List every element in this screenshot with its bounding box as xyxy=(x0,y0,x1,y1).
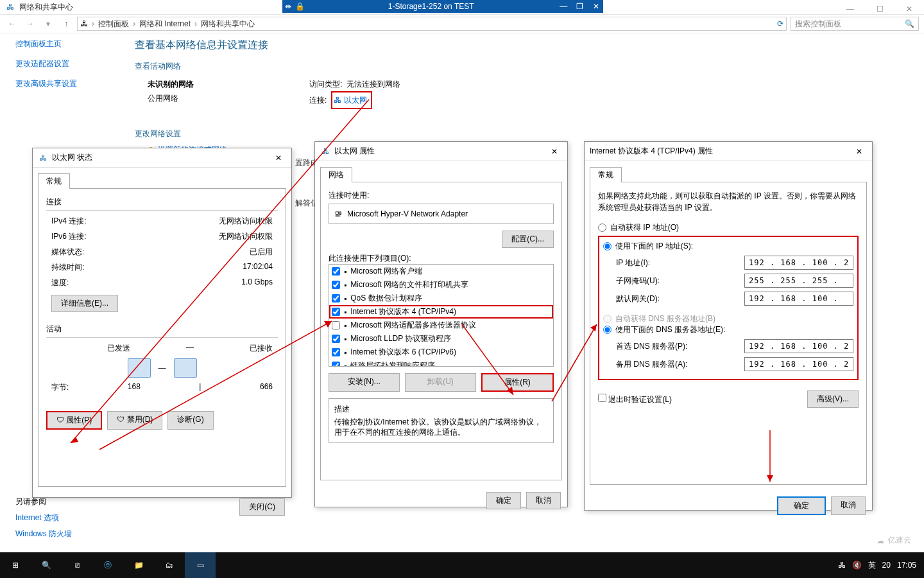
protocol-item[interactable]: ▪Internet 协议版本 6 (TCP/IPv6) xyxy=(329,346,553,359)
tab-general[interactable]: 常规 xyxy=(38,173,70,189)
pin-icon[interactable]: ⇹ xyxy=(282,2,294,11)
protocol-list[interactable]: ▪Microsoft 网络客户端▪Microsoft 网络的文件和打印机共享▪Q… xyxy=(329,264,554,367)
recv-label: 已接收 xyxy=(250,343,273,354)
protocol-checkbox[interactable] xyxy=(332,267,340,276)
adapter-icon: 🖳 xyxy=(334,209,342,218)
ime-indicator[interactable]: 英 xyxy=(868,560,876,571)
properties-button[interactable]: 🛡 属性(P) xyxy=(46,411,102,430)
nav-toolbar: ← → ▾ ↑ 🖧 › 控制面板 › 网络和 Internet › 网络和共享中… xyxy=(0,14,924,33)
protocol-item[interactable]: ▪Internet 协议版本 4 (TCP/IPv4) xyxy=(329,305,553,319)
media-label: 媒体状态: xyxy=(51,247,84,258)
speed-label: 速度: xyxy=(51,277,69,288)
access-type-label: 访问类型: xyxy=(309,80,342,89)
protocol-item[interactable]: ▪Microsoft LLDP 协议驱动程序 xyxy=(329,332,553,346)
active-networks-label: 查看活动网络 xyxy=(135,61,622,72)
use-ip-radio[interactable] xyxy=(603,242,612,250)
ip-input[interactable] xyxy=(744,256,853,270)
dialog-title: Internet 协议版本 4 (TCP/IPv4) 属性 xyxy=(590,146,851,157)
duration-value: 17:02:04 xyxy=(243,262,273,273)
protocol-checkbox[interactable] xyxy=(332,321,340,329)
network-tray-icon[interactable]: 🖧 xyxy=(838,561,846,570)
crumb-leaf[interactable]: 网络和共享中心 xyxy=(201,19,255,30)
dns1-input[interactable] xyxy=(744,339,853,353)
close-icon[interactable]: ✕ xyxy=(271,153,286,162)
diagnose-button[interactable]: 诊断(G) xyxy=(167,411,213,430)
tab-general[interactable]: 常规 xyxy=(590,167,622,182)
back-button[interactable]: ← xyxy=(5,17,19,31)
change-settings-label: 更改网络设置 xyxy=(135,128,622,139)
system-tray[interactable]: 🖧 🔇 英 20 17:05 xyxy=(838,560,924,571)
clock[interactable]: 17:05 xyxy=(897,561,916,570)
forward-button[interactable]: → xyxy=(23,17,37,31)
refresh-button[interactable]: ⟳ xyxy=(777,19,783,28)
taskview-button[interactable]: ⎚ xyxy=(62,552,92,578)
protocol-item[interactable]: ▪Microsoft 网络的文件和打印机共享 xyxy=(329,278,553,292)
protocol-icon: ▪ xyxy=(344,267,346,276)
nav-adapter[interactable]: 更改适配器设置 xyxy=(15,58,118,69)
protocol-checkbox[interactable] xyxy=(332,281,340,289)
crumb-mid[interactable]: 网络和 Internet xyxy=(139,19,191,30)
gateway-label: 默认网关(D): xyxy=(616,293,660,304)
explorer-button[interactable]: 📁 xyxy=(123,552,154,578)
protocol-item[interactable]: ▪QoS 数据包计划程序 xyxy=(329,292,553,305)
network-icon: 🖧 xyxy=(80,19,88,28)
protocol-item[interactable]: ▪链路层拓扑发现响应程序 xyxy=(329,359,553,367)
search-button[interactable]: 🔍 xyxy=(31,552,62,578)
cloud-icon: ☁ xyxy=(877,536,884,545)
sound-tray-icon[interactable]: 🔇 xyxy=(852,561,862,570)
auto-ip-radio[interactable] xyxy=(598,223,606,232)
lock-icon[interactable]: 🔒 xyxy=(294,2,305,11)
app-button[interactable]: ▭ xyxy=(185,552,216,578)
remote-restore[interactable]: ❐ xyxy=(573,2,587,11)
details-button[interactable]: 详细信息(E)... xyxy=(51,295,118,312)
app-button[interactable]: 🗂 xyxy=(154,552,185,578)
configure-button[interactable]: 配置(C)... xyxy=(502,231,554,248)
speed-value: 1.0 Gbps xyxy=(241,277,273,288)
remote-minimize[interactable]: — xyxy=(556,2,570,11)
gateway-input[interactable] xyxy=(744,292,853,306)
remote-close[interactable]: ✕ xyxy=(589,2,603,11)
close-button[interactable]: 关闭(C) xyxy=(239,498,285,516)
protocol-item[interactable]: ▪Microsoft 网络适配器多路传送器协议 xyxy=(329,319,553,332)
nav-home[interactable]: 控制面板主页 xyxy=(15,39,118,49)
protocol-checkbox[interactable] xyxy=(332,362,340,367)
ok-button[interactable]: 确定 xyxy=(486,492,521,509)
recent-button[interactable]: ▾ xyxy=(41,17,55,31)
ok-button[interactable]: 确定 xyxy=(777,496,826,515)
protocol-item[interactable]: ▪Microsoft 网络客户端 xyxy=(329,265,553,278)
start-button[interactable]: ⊞ xyxy=(0,552,31,578)
cancel-button[interactable]: 取消 xyxy=(526,492,561,509)
protocol-checkbox[interactable] xyxy=(332,308,340,316)
search-box[interactable]: 搜索控制面板 🔍 xyxy=(791,17,919,31)
window-title: 网络和共享中心 xyxy=(19,2,73,13)
install-button[interactable]: 安装(N)... xyxy=(329,373,400,392)
battery-pct: 20 xyxy=(882,561,891,570)
item-properties-button[interactable]: 属性(R) xyxy=(481,373,554,392)
dns2-input[interactable] xyxy=(744,357,853,371)
cancel-button[interactable]: 取消 xyxy=(831,496,866,515)
pc-icon xyxy=(128,358,151,378)
use-dns-radio[interactable] xyxy=(603,326,612,334)
ethernet-icon: 🖧 xyxy=(334,93,341,107)
address-bar[interactable]: 🖧 › 控制面板 › 网络和 Internet › 网络和共享中心 ⟳ xyxy=(77,17,787,31)
advanced-button[interactable]: 高级(V)... xyxy=(807,390,859,408)
close-icon[interactable]: ✕ xyxy=(547,147,562,156)
nav-sharing[interactable]: 更改高级共享设置 xyxy=(15,78,118,89)
validate-checkbox[interactable]: 退出时验证设置(L) xyxy=(598,394,672,405)
protocol-icon: ▪ xyxy=(344,348,346,357)
mask-input[interactable] xyxy=(744,274,853,288)
ie-button[interactable]: ⓔ xyxy=(92,552,123,578)
protocol-checkbox[interactable] xyxy=(332,348,340,356)
protocol-label: Microsoft 网络的文件和打印机共享 xyxy=(350,279,468,290)
windows-firewall-link[interactable]: Windows 防火墙 xyxy=(15,529,72,539)
ethernet-link[interactable]: 🖧以太网 xyxy=(331,91,372,109)
protocol-checkbox[interactable] xyxy=(332,294,340,302)
bytes-label: 字节: xyxy=(51,382,69,393)
crumb-root[interactable]: 控制面板 xyxy=(98,19,129,30)
disable-button[interactable]: 🛡 禁用(D) xyxy=(107,411,162,430)
connections-label: 连接: xyxy=(309,96,327,105)
close-icon[interactable]: ✕ xyxy=(851,147,867,156)
tab-network[interactable]: 网络 xyxy=(320,167,352,182)
up-button[interactable]: ↑ xyxy=(59,17,73,31)
protocol-checkbox[interactable] xyxy=(332,335,340,343)
